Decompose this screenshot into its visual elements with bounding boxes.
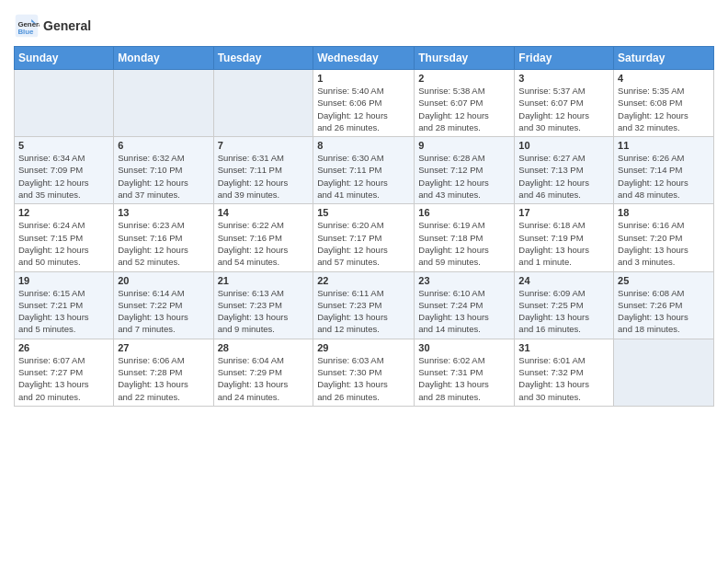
calendar-cell: 4Sunrise: 5:35 AM Sunset: 6:08 PM Daylig… — [614, 70, 714, 137]
calendar-cell: 18Sunrise: 6:16 AM Sunset: 7:20 PM Dayli… — [614, 204, 714, 271]
main-container: General Blue General SundayMondayTuesday… — [0, 0, 728, 416]
day-number: 21 — [218, 275, 310, 286]
calendar-cell: 5Sunrise: 6:34 AM Sunset: 7:09 PM Daylig… — [15, 137, 114, 204]
day-number: 4 — [618, 73, 710, 84]
day-number: 6 — [118, 140, 209, 151]
calendar-cell: 24Sunrise: 6:09 AM Sunset: 7:25 PM Dayli… — [515, 271, 614, 339]
day-info: Sunrise: 6:02 AM Sunset: 7:31 PM Dayligh… — [418, 354, 510, 403]
day-info: Sunrise: 6:34 AM Sunset: 7:09 PM Dayligh… — [18, 152, 109, 201]
calendar-week-row: 12Sunrise: 6:24 AM Sunset: 7:15 PM Dayli… — [15, 204, 714, 271]
day-number: 17 — [518, 207, 609, 218]
day-info: Sunrise: 6:31 AM Sunset: 7:11 PM Dayligh… — [218, 152, 310, 201]
day-number: 8 — [317, 140, 410, 151]
day-info: Sunrise: 6:20 AM Sunset: 7:17 PM Dayligh… — [317, 219, 410, 268]
calendar-cell: 22Sunrise: 6:11 AM Sunset: 7:23 PM Dayli… — [313, 271, 415, 339]
day-info: Sunrise: 6:06 AM Sunset: 7:28 PM Dayligh… — [118, 354, 209, 403]
weekday-header: Sunday — [15, 47, 114, 70]
calendar-cell: 30Sunrise: 6:02 AM Sunset: 7:31 PM Dayli… — [415, 339, 515, 406]
calendar-cell: 13Sunrise: 6:23 AM Sunset: 7:16 PM Dayli… — [114, 204, 213, 271]
day-number: 26 — [18, 342, 109, 353]
day-info: Sunrise: 6:15 AM Sunset: 7:21 PM Dayligh… — [18, 287, 109, 336]
weekday-header: Thursday — [415, 47, 515, 70]
day-info: Sunrise: 5:37 AM Sunset: 6:07 PM Dayligh… — [518, 85, 609, 133]
logo: General Blue General — [14, 13, 91, 39]
day-number: 24 — [518, 275, 609, 286]
day-info: Sunrise: 5:35 AM Sunset: 6:08 PM Dayligh… — [618, 85, 710, 133]
calendar-cell: 3Sunrise: 5:37 AM Sunset: 6:07 PM Daylig… — [515, 70, 614, 137]
calendar-cell: 1Sunrise: 5:40 AM Sunset: 6:06 PM Daylig… — [313, 70, 415, 137]
day-number: 23 — [418, 275, 510, 286]
calendar-cell: 10Sunrise: 6:27 AM Sunset: 7:13 PM Dayli… — [515, 137, 614, 204]
calendar-cell — [614, 339, 714, 406]
day-number: 16 — [418, 207, 510, 218]
day-info: Sunrise: 6:16 AM Sunset: 7:20 PM Dayligh… — [618, 219, 710, 268]
day-info: Sunrise: 6:13 AM Sunset: 7:23 PM Dayligh… — [218, 287, 310, 336]
calendar-cell: 20Sunrise: 6:14 AM Sunset: 7:22 PM Dayli… — [114, 271, 213, 339]
day-number: 12 — [18, 207, 109, 218]
day-number: 7 — [218, 140, 310, 151]
day-info: Sunrise: 6:32 AM Sunset: 7:10 PM Dayligh… — [118, 152, 209, 201]
day-info: Sunrise: 6:22 AM Sunset: 7:16 PM Dayligh… — [218, 219, 310, 268]
calendar-week-row: 1Sunrise: 5:40 AM Sunset: 6:06 PM Daylig… — [15, 70, 714, 137]
calendar-cell: 12Sunrise: 6:24 AM Sunset: 7:15 PM Dayli… — [15, 204, 114, 271]
svg-text:Blue: Blue — [17, 28, 34, 36]
calendar-week-row: 5Sunrise: 6:34 AM Sunset: 7:09 PM Daylig… — [15, 137, 714, 204]
day-info: Sunrise: 6:26 AM Sunset: 7:14 PM Dayligh… — [618, 152, 710, 201]
day-number: 22 — [317, 275, 410, 286]
calendar-cell: 27Sunrise: 6:06 AM Sunset: 7:28 PM Dayli… — [114, 339, 213, 406]
day-number: 27 — [118, 342, 209, 353]
day-number: 5 — [18, 140, 109, 151]
day-number: 11 — [618, 140, 710, 151]
day-info: Sunrise: 6:28 AM Sunset: 7:12 PM Dayligh… — [418, 152, 510, 201]
calendar-cell: 2Sunrise: 5:38 AM Sunset: 6:07 PM Daylig… — [415, 70, 515, 137]
calendar-header-row: SundayMondayTuesdayWednesdayThursdayFrid… — [15, 47, 714, 70]
day-info: Sunrise: 6:04 AM Sunset: 7:29 PM Dayligh… — [218, 354, 310, 403]
weekday-header: Friday — [515, 47, 614, 70]
weekday-header: Monday — [114, 47, 213, 70]
day-info: Sunrise: 6:19 AM Sunset: 7:18 PM Dayligh… — [418, 219, 510, 268]
day-number: 31 — [518, 342, 609, 353]
day-info: Sunrise: 6:30 AM Sunset: 7:11 PM Dayligh… — [317, 152, 410, 201]
day-info: Sunrise: 6:10 AM Sunset: 7:24 PM Dayligh… — [418, 287, 510, 336]
calendar-cell: 21Sunrise: 6:13 AM Sunset: 7:23 PM Dayli… — [213, 271, 313, 339]
day-number: 13 — [118, 207, 209, 218]
day-number: 18 — [618, 207, 710, 218]
day-info: Sunrise: 6:14 AM Sunset: 7:22 PM Dayligh… — [118, 287, 209, 336]
calendar-cell: 23Sunrise: 6:10 AM Sunset: 7:24 PM Dayli… — [415, 271, 515, 339]
calendar-cell: 15Sunrise: 6:20 AM Sunset: 7:17 PM Dayli… — [313, 204, 415, 271]
day-info: Sunrise: 5:38 AM Sunset: 6:07 PM Dayligh… — [418, 85, 510, 133]
day-info: Sunrise: 6:07 AM Sunset: 7:27 PM Dayligh… — [18, 354, 109, 403]
calendar-cell: 14Sunrise: 6:22 AM Sunset: 7:16 PM Dayli… — [213, 204, 313, 271]
calendar-cell: 25Sunrise: 6:08 AM Sunset: 7:26 PM Dayli… — [614, 271, 714, 339]
day-number: 14 — [218, 207, 310, 218]
calendar-cell: 29Sunrise: 6:03 AM Sunset: 7:30 PM Dayli… — [313, 339, 415, 406]
day-info: Sunrise: 6:08 AM Sunset: 7:26 PM Dayligh… — [618, 287, 710, 336]
day-number: 1 — [317, 73, 410, 84]
calendar-cell: 7Sunrise: 6:31 AM Sunset: 7:11 PM Daylig… — [213, 137, 313, 204]
day-info: Sunrise: 5:40 AM Sunset: 6:06 PM Dayligh… — [317, 85, 410, 133]
calendar-cell: 28Sunrise: 6:04 AM Sunset: 7:29 PM Dayli… — [213, 339, 313, 406]
weekday-header: Wednesday — [313, 47, 415, 70]
day-number: 25 — [618, 275, 710, 286]
day-number: 2 — [418, 73, 510, 84]
calendar-cell: 31Sunrise: 6:01 AM Sunset: 7:32 PM Dayli… — [515, 339, 614, 406]
day-number: 19 — [18, 275, 109, 286]
day-info: Sunrise: 6:23 AM Sunset: 7:16 PM Dayligh… — [118, 219, 209, 268]
calendar-cell: 16Sunrise: 6:19 AM Sunset: 7:18 PM Dayli… — [415, 204, 515, 271]
calendar-cell: 8Sunrise: 6:30 AM Sunset: 7:11 PM Daylig… — [313, 137, 415, 204]
calendar-cell: 9Sunrise: 6:28 AM Sunset: 7:12 PM Daylig… — [415, 137, 515, 204]
calendar-cell: 11Sunrise: 6:26 AM Sunset: 7:14 PM Dayli… — [614, 137, 714, 204]
day-number: 29 — [317, 342, 410, 353]
day-number: 30 — [418, 342, 510, 353]
day-number: 3 — [518, 73, 609, 84]
day-info: Sunrise: 6:18 AM Sunset: 7:19 PM Dayligh… — [518, 219, 609, 268]
day-info: Sunrise: 6:27 AM Sunset: 7:13 PM Dayligh… — [518, 152, 609, 201]
day-info: Sunrise: 6:01 AM Sunset: 7:32 PM Dayligh… — [518, 354, 609, 403]
logo-icon: General Blue — [14, 13, 40, 39]
day-number: 10 — [518, 140, 609, 151]
day-number: 20 — [118, 275, 209, 286]
day-number: 9 — [418, 140, 510, 151]
calendar-cell — [114, 70, 213, 137]
header: General Blue General — [14, 9, 714, 39]
logo-text: General — [43, 18, 91, 34]
